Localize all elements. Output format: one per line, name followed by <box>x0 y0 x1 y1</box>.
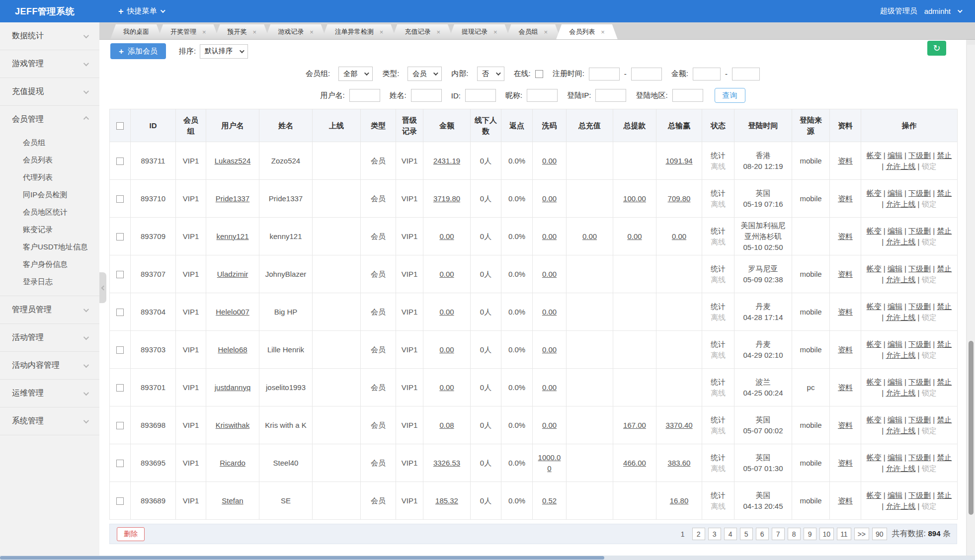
select-all-checkbox[interactable] <box>116 122 124 130</box>
op-link[interactable]: 编辑 <box>888 302 902 311</box>
username-link[interactable]: kenny121 <box>216 232 248 240</box>
row-checkbox[interactable] <box>116 497 124 505</box>
status-stat-link[interactable]: 统计 <box>706 226 730 237</box>
wash-link[interactable]: 0.00 <box>542 308 557 316</box>
profile-link[interactable]: 资料 <box>838 270 853 278</box>
tab-close-icon[interactable]: × <box>544 29 548 35</box>
tab-close-icon[interactable]: × <box>601 29 605 35</box>
sidebar-section-header[interactable]: 会员管理 <box>0 106 99 133</box>
status-stat-link[interactable]: 统计 <box>706 188 730 199</box>
username-link[interactable]: Kriswithak <box>216 421 249 429</box>
op-link[interactable]: 禁止 <box>937 453 952 462</box>
vertical-scrollbar-thumb[interactable] <box>969 341 974 515</box>
profile-link[interactable]: 资料 <box>838 157 853 165</box>
tab[interactable]: 我的桌面 <box>110 24 162 39</box>
op-link[interactable]: 允许上线 <box>886 238 915 246</box>
username-link[interactable]: Lukasz524 <box>215 157 251 165</box>
login-ip-input[interactable] <box>595 89 626 102</box>
total-winloss-link[interactable]: 0.00 <box>672 232 686 240</box>
user-menu[interactable]: 超级管理员 adminht <box>880 6 961 16</box>
op-link[interactable]: 禁止 <box>937 264 952 273</box>
username-link[interactable]: justdannyq <box>215 383 251 392</box>
online-checkbox[interactable] <box>535 70 543 78</box>
delete-button[interactable]: 删除 <box>117 527 145 541</box>
wash-link[interactable]: 0.00 <box>542 421 557 429</box>
wash-link[interactable]: 0.00 <box>542 194 557 203</box>
op-link[interactable]: 编辑 <box>888 415 902 424</box>
status-stat-link[interactable]: 统计 <box>706 377 730 388</box>
op-link[interactable]: 下级删 <box>908 491 931 499</box>
page-button[interactable]: 3 <box>708 528 721 540</box>
horizontal-scrollbar[interactable] <box>0 556 975 560</box>
op-link[interactable]: 编辑 <box>888 189 902 197</box>
sidebar-section-header[interactable]: 运维管理 <box>0 380 99 407</box>
amount-link[interactable]: 3719.80 <box>433 194 460 203</box>
op-link[interactable]: 禁止 <box>937 302 952 311</box>
op-link[interactable]: 编辑 <box>888 453 902 462</box>
name-input[interactable] <box>411 89 442 102</box>
wash-link[interactable]: 0.00 <box>542 232 557 240</box>
amount-to-input[interactable] <box>732 68 760 80</box>
op-link[interactable]: 下级删 <box>908 340 931 348</box>
op-link[interactable]: 下级删 <box>908 227 931 235</box>
page-button[interactable]: 2 <box>692 528 705 540</box>
tab-close-icon[interactable]: × <box>493 29 497 35</box>
op-link[interactable]: 允许上线 <box>886 389 915 397</box>
row-checkbox[interactable] <box>116 460 124 467</box>
amount-link[interactable]: 0.00 <box>439 232 454 240</box>
page-button[interactable]: 6 <box>756 528 769 540</box>
op-link[interactable]: 编辑 <box>888 227 902 235</box>
op-link[interactable]: 帐变 <box>867 302 882 311</box>
amount-link[interactable]: 0.00 <box>439 345 454 354</box>
amount-link[interactable]: 0.08 <box>439 421 454 429</box>
login-area-input[interactable] <box>672 89 703 102</box>
total-charge-link[interactable]: 0.00 <box>582 232 597 240</box>
op-link[interactable]: 下级删 <box>908 264 931 273</box>
page-button[interactable]: 10 <box>819 528 834 540</box>
total-withdraw-link[interactable]: 0.00 <box>627 232 642 240</box>
status-stat-link[interactable]: 统计 <box>706 150 730 161</box>
tab-close-icon[interactable]: × <box>310 29 314 35</box>
op-link[interactable]: 禁止 <box>937 227 952 235</box>
wash-link[interactable]: 0.52 <box>542 496 557 505</box>
total-winloss-link[interactable]: 1091.94 <box>665 157 692 165</box>
wash-link[interactable]: 1000.00 <box>538 453 561 473</box>
sidebar-item[interactable]: 账变记录 <box>0 221 99 239</box>
sidebar-section-header[interactable]: 活动内容管理 <box>0 352 99 379</box>
amount-from-input[interactable] <box>693 68 721 80</box>
op-link[interactable]: 允许上线 <box>886 426 915 435</box>
op-link[interactable]: 下级删 <box>908 302 931 311</box>
search-button[interactable]: 查询 <box>715 88 745 103</box>
op-link[interactable]: 允许上线 <box>886 502 915 510</box>
page-button[interactable]: 5 <box>740 528 753 540</box>
page-button[interactable]: 90 <box>872 528 887 540</box>
sidebar-section-header[interactable]: 系统管理 <box>0 407 99 435</box>
wash-link[interactable]: 0.00 <box>542 157 557 165</box>
status-stat-link[interactable]: 统计 <box>706 452 730 463</box>
total-winloss-link[interactable]: 709.80 <box>668 194 691 203</box>
op-link[interactable]: 帐变 <box>867 227 882 235</box>
op-link[interactable]: 下级删 <box>908 189 931 197</box>
tab-close-icon[interactable]: × <box>380 29 384 35</box>
wash-link[interactable]: 0.00 <box>542 383 557 392</box>
group-filter-select[interactable]: 全部 <box>338 67 373 81</box>
op-link[interactable]: 下级删 <box>908 415 931 424</box>
op-link[interactable]: 禁止 <box>937 189 952 197</box>
profile-link[interactable]: 资料 <box>838 459 853 467</box>
tab[interactable]: 预开奖× <box>215 24 270 39</box>
op-link[interactable]: 帐变 <box>867 491 882 499</box>
regtime-from-input[interactable] <box>589 68 620 80</box>
tab[interactable]: 会员组× <box>506 24 561 39</box>
sidebar-section-header[interactable]: 管理员管理 <box>0 296 99 323</box>
username-link[interactable]: Stefan <box>222 496 243 505</box>
profile-link[interactable]: 资料 <box>838 383 853 392</box>
tab-close-icon[interactable]: × <box>436 29 440 35</box>
add-member-button[interactable]: + 添加会员 <box>110 43 166 59</box>
row-checkbox[interactable] <box>116 233 124 240</box>
page-current[interactable]: 1 <box>676 528 689 540</box>
username-link[interactable]: Pride1337 <box>216 194 249 203</box>
op-link[interactable]: 帐变 <box>867 415 882 424</box>
amount-link[interactable]: 185.32 <box>435 496 458 505</box>
sidebar-item[interactable]: 同IP会员检测 <box>0 186 99 204</box>
op-link[interactable]: 下级删 <box>908 151 931 160</box>
